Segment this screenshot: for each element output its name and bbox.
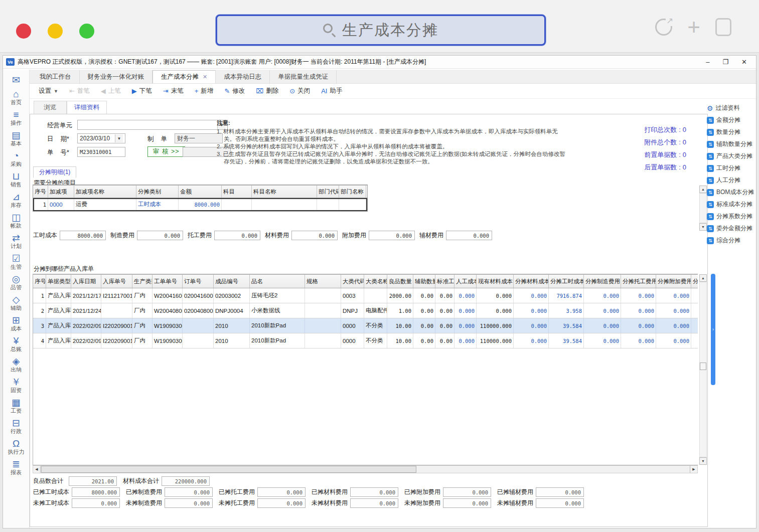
next-record-button[interactable]: ▶下笔 — [132, 87, 152, 95]
edit-button[interactable]: ✎修改 — [224, 87, 245, 95]
new-tab-icon[interactable]: + — [687, 19, 700, 36]
column-header[interactable]: 部门代码 — [317, 186, 339, 198]
column-header[interactable]: 工单单号 — [153, 275, 183, 288]
column-header[interactable]: 生产类型 — [132, 275, 153, 288]
summary-field-input[interactable]: 0.000 — [165, 498, 213, 508]
column-header[interactable]: 加减项名称 — [74, 186, 136, 198]
column-header[interactable]: 成品编号 — [214, 275, 250, 288]
business-unit-select[interactable]: ▼ — [77, 120, 228, 130]
column-header[interactable]: 部门名称 — [339, 186, 366, 198]
zoom-window-button[interactable] — [79, 24, 94, 39]
tab-我的工作台[interactable]: 我的工作台 — [32, 70, 80, 83]
subtab-详细资料[interactable]: 详细资料 — [67, 101, 107, 114]
cost-field-input[interactable]: 0.000 — [137, 231, 183, 240]
ai-assistant-button[interactable]: AI助手 — [321, 87, 342, 95]
scroll-left-button[interactable]: ◀ — [33, 466, 41, 473]
sidebar-item-sales[interactable]: ⊔销售 — [3, 170, 29, 189]
column-header[interactable]: 品名 — [250, 275, 305, 288]
tab-单据批量生成凭证[interactable]: 单据批量生成凭证 — [270, 70, 337, 83]
column-header[interactable]: 辅助数量 — [413, 275, 435, 288]
add-button[interactable]: +新增 — [195, 87, 214, 95]
column-header[interactable]: 分摊制造费用 — [584, 275, 621, 288]
tab-成本异动日志[interactable]: 成本异动日志 — [216, 70, 270, 83]
share-icon[interactable]: ↗ — [655, 19, 672, 36]
maximize-icon[interactable]: ❐ — [722, 58, 728, 66]
doc-no-input[interactable]: M230310001 — [77, 147, 125, 157]
chevron-down-icon[interactable]: ▼ — [115, 134, 123, 142]
column-header[interactable]: 分摊托工费用 — [621, 275, 656, 288]
allocation-method-综合分摊[interactable]: ⇅综合分摊 — [707, 236, 755, 245]
column-header[interactable]: 大类名称 — [364, 275, 387, 288]
column-header[interactable]: 人工成本 — [454, 275, 477, 288]
table1-vertical-scrollbar[interactable] — [699, 193, 707, 223]
allocation-method-标准成本分摊[interactable]: ⇅标准成本分摊 — [707, 200, 755, 209]
sidebar-item-administration[interactable]: ⊟行政 — [3, 417, 29, 436]
subtab-浏览[interactable]: 浏览 — [34, 101, 67, 114]
sidebar-item-purchasing[interactable]: ◔采购 — [3, 149, 29, 168]
audit-button[interactable]: 审 核 >> — [147, 146, 185, 157]
column-header[interactable]: 科目名称 — [252, 186, 317, 198]
column-header[interactable]: 现有材料成本 — [477, 275, 514, 288]
allocation-method-工时分摊[interactable]: ⇅工时分摊 — [707, 164, 755, 172]
scroll-up-button[interactable]: ▲ — [699, 186, 707, 193]
sidebar-item-inventory[interactable]: ⊿库存 — [3, 191, 29, 210]
sidebar-item-basic[interactable]: ▤基本 — [3, 129, 29, 148]
scrollbar-thumb[interactable] — [41, 466, 416, 473]
last-record-button[interactable]: ⇥末笔 — [163, 87, 184, 95]
address-search-box[interactable]: 生产成本分摊 — [216, 15, 546, 46]
minimize-icon[interactable]: – — [706, 58, 709, 66]
column-header[interactable]: 分摊材料成本 — [514, 275, 549, 288]
table-row[interactable]: 1产品入库2021/12/17I211217001厂内W200416006020… — [33, 288, 698, 303]
tab-allocation-detail[interactable]: 分摊明细(1) — [33, 166, 76, 178]
scrollbar-thumb[interactable] — [700, 363, 706, 370]
summary-field-input[interactable]: 0.000 — [257, 498, 306, 508]
sidebar-item-payroll[interactable]: ▦工资 — [3, 396, 29, 415]
close-button[interactable]: ⊙关闭 — [289, 87, 310, 95]
sidebar-item-accounts[interactable]: ◫帐款 — [3, 211, 29, 230]
allocation-method-辅助数量分摊[interactable]: ⇅辅助数量分摊 — [707, 140, 755, 148]
column-header[interactable]: 序号 — [33, 275, 46, 288]
filter-data-button[interactable]: ⚙过滤资料 — [707, 104, 755, 112]
summary-field-input[interactable]: 8000.000 — [72, 487, 120, 497]
column-header[interactable]: 入库单号 — [101, 275, 132, 288]
summary-field-input[interactable]: 0.000 — [350, 487, 398, 497]
sidebar-item-general-ledger[interactable]: ¥总账 — [3, 334, 29, 353]
column-header[interactable]: 分摊附加费用 — [656, 275, 691, 288]
table-row[interactable]: 2产品入库2021/12/24厂内W2004080030200408002DNP… — [33, 303, 698, 318]
cost-field-input[interactable]: 0.000 — [369, 231, 415, 240]
summary-field-input[interactable]: 0.000 — [165, 487, 213, 497]
cost-field-input[interactable]: 8000.000 — [60, 231, 106, 240]
sidebar-item-home[interactable]: ⌂首页 — [3, 88, 29, 107]
allocation-method-产品大类分摊[interactable]: ⇅产品大类分摊 — [707, 152, 755, 160]
sidebar-item-reports[interactable]: ≣报表 — [3, 458, 29, 477]
table2-horizontal-scrollbar[interactable]: ◀ ▶ — [33, 465, 698, 473]
summary-field-input[interactable]: 220000.000 — [162, 476, 210, 486]
scroll-up-button[interactable]: ▲ — [699, 274, 707, 282]
sidebar-item-planning[interactable]: ⇄计划 — [3, 232, 29, 251]
sidebar-item-auxiliary[interactable]: ◇辅助 — [3, 293, 29, 312]
summary-field-input[interactable]: 2021.00 — [69, 476, 117, 486]
column-header[interactable]: 良品数量 — [387, 275, 413, 288]
sidebar-item-operations[interactable]: ≡操作 — [3, 108, 29, 127]
sidebar-item-fixed-assets[interactable]: ￥固资 — [3, 376, 29, 395]
column-header[interactable]: 分摊辅材费用 — [691, 275, 698, 288]
table-row[interactable]: 10000运费工时成本8000.000 — [33, 198, 367, 211]
summary-field-input[interactable]: 0.000 — [72, 498, 120, 508]
table-row[interactable]: 4产品入库2022/02/09I220209001厂内W190903001201… — [33, 333, 698, 348]
allocation-method-人工分摊[interactable]: ⇅人工分摊 — [707, 176, 755, 185]
summary-field-input[interactable]: 0.000 — [350, 498, 398, 508]
sidebar-item-production-mgmt[interactable]: ☑生管 — [3, 252, 29, 271]
cost-field-input[interactable]: 0.000 — [291, 231, 338, 240]
allocation-method-金额分摊[interactable]: ⇅金额分摊 — [707, 116, 755, 124]
allocation-method-BOM成本分摊[interactable]: ⇅BOM成本分摊 — [707, 188, 755, 197]
tab-生产成本分摊[interactable]: 生产成本分摊✕ — [153, 70, 216, 83]
table-row[interactable]: 3产品入库2022/02/09I220209001厂内W190903001201… — [33, 318, 698, 333]
allocation-method-委外金额分摊[interactable]: ⇅委外金额分摊 — [707, 224, 755, 233]
close-icon[interactable]: ✕ — [741, 58, 747, 66]
column-header[interactable]: 分摊工时成本 — [549, 275, 584, 288]
new-window-icon[interactable] — [715, 18, 731, 36]
sidebar-item-execution[interactable]: Ω执行力 — [3, 437, 29, 456]
column-header[interactable]: 大类代码 — [341, 275, 364, 288]
summary-field-input[interactable]: 0.000 — [536, 487, 584, 497]
scroll-down-button[interactable]: ▼ — [699, 457, 707, 465]
